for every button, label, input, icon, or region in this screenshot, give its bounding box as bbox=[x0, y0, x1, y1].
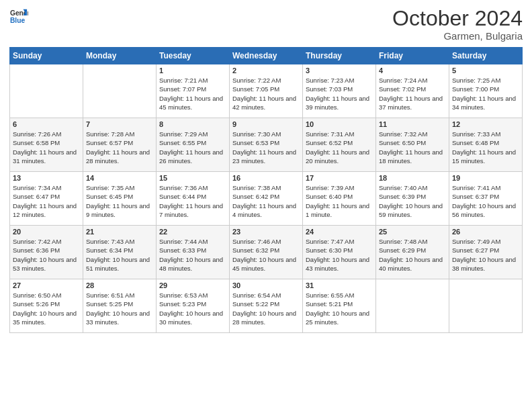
cell-content: Sunrise: 7:39 AMSunset: 6:40 PMDaylight:… bbox=[306, 183, 373, 219]
sunrise-text: Sunrise: 7:46 AM bbox=[232, 238, 281, 245]
day-number: 13 bbox=[13, 174, 80, 182]
sunrise-text: Sunrise: 7:34 AM bbox=[13, 184, 61, 191]
col-thursday: Thursday bbox=[303, 48, 376, 64]
calendar-row: 6Sunrise: 7:26 AMSunset: 6:58 PMDaylight… bbox=[10, 118, 523, 172]
cell-content: Sunrise: 7:26 AMSunset: 6:58 PMDaylight:… bbox=[13, 130, 80, 165]
day-number: 10 bbox=[306, 120, 373, 128]
daylight-text: Daylight: 10 hours and 45 minutes. bbox=[232, 256, 296, 272]
cell-content: Sunrise: 7:23 AMSunset: 7:03 PMDaylight:… bbox=[306, 76, 373, 111]
sunset-text: Sunset: 6:34 PM bbox=[86, 246, 133, 254]
day-number: 28 bbox=[86, 281, 153, 289]
daylight-text: Daylight: 11 hours and 20 minutes. bbox=[306, 148, 369, 165]
table-row: 25Sunrise: 7:48 AMSunset: 6:29 PMDayligh… bbox=[376, 226, 449, 279]
day-number: 8 bbox=[159, 120, 226, 128]
table-row: 16Sunrise: 7:38 AMSunset: 6:42 PMDayligh… bbox=[230, 172, 303, 226]
location: Garmen, Bulgaria bbox=[392, 30, 523, 42]
table-row: 13Sunrise: 7:34 AMSunset: 6:47 PMDayligh… bbox=[10, 172, 83, 226]
table-row: 23Sunrise: 7:46 AMSunset: 6:32 PMDayligh… bbox=[230, 226, 303, 279]
daylight-text: Daylight: 10 hours and 35 minutes. bbox=[13, 310, 77, 326]
daylight-text: Daylight: 10 hours and 43 minutes. bbox=[306, 256, 369, 272]
cell-content: Sunrise: 7:31 AMSunset: 6:52 PMDaylight:… bbox=[306, 130, 373, 165]
col-friday: Friday bbox=[376, 48, 449, 64]
sunset-text: Sunset: 6:50 PM bbox=[379, 139, 426, 146]
sunset-text: Sunset: 6:37 PM bbox=[452, 193, 499, 200]
sunrise-text: Sunrise: 7:21 AM bbox=[159, 77, 208, 84]
cell-content: Sunrise: 7:40 AMSunset: 6:39 PMDaylight:… bbox=[379, 183, 446, 219]
daylight-text: Daylight: 10 hours and 30 minutes. bbox=[159, 310, 223, 326]
sunset-text: Sunset: 5:21 PM bbox=[306, 300, 353, 308]
month-title: October 2024 bbox=[392, 7, 523, 30]
calendar-table: Sunday Monday Tuesday Wednesday Thursday… bbox=[9, 47, 523, 333]
sunset-text: Sunset: 6:55 PM bbox=[159, 139, 206, 146]
cell-content: Sunrise: 7:34 AMSunset: 6:47 PMDaylight:… bbox=[13, 183, 80, 219]
sunrise-text: Sunrise: 7:29 AM bbox=[159, 130, 208, 138]
sunset-text: Sunset: 7:00 PM bbox=[452, 85, 499, 93]
table-row: 26Sunrise: 7:49 AMSunset: 6:27 PMDayligh… bbox=[449, 226, 523, 279]
daylight-text: Daylight: 10 hours and 25 minutes. bbox=[306, 310, 369, 326]
sunset-text: Sunset: 7:02 PM bbox=[379, 85, 426, 93]
day-number: 9 bbox=[232, 120, 300, 128]
daylight-text: Daylight: 11 hours and 42 minutes. bbox=[232, 95, 296, 111]
day-number: 26 bbox=[452, 228, 519, 236]
cell-content: Sunrise: 7:24 AMSunset: 7:02 PMDaylight:… bbox=[379, 76, 446, 111]
logo: General Blue bbox=[9, 7, 28, 26]
sunset-text: Sunset: 6:30 PM bbox=[306, 246, 353, 254]
sunrise-text: Sunrise: 7:26 AM bbox=[13, 130, 61, 138]
cell-content: Sunrise: 6:51 AMSunset: 5:25 PMDaylight:… bbox=[86, 291, 153, 326]
calendar-row: 20Sunrise: 7:42 AMSunset: 6:36 PMDayligh… bbox=[10, 226, 523, 279]
day-number: 7 bbox=[86, 120, 153, 128]
sunset-text: Sunset: 6:48 PM bbox=[452, 139, 499, 146]
sunrise-text: Sunrise: 7:30 AM bbox=[232, 130, 281, 138]
daylight-text: Daylight: 11 hours and 18 minutes. bbox=[379, 148, 443, 165]
table-row: 14Sunrise: 7:35 AMSunset: 6:45 PMDayligh… bbox=[83, 172, 157, 226]
day-number: 3 bbox=[306, 66, 373, 75]
daylight-text: Daylight: 10 hours and 28 minutes. bbox=[232, 310, 296, 326]
sunrise-text: Sunrise: 7:48 AM bbox=[379, 238, 427, 245]
table-row: 22Sunrise: 7:44 AMSunset: 6:33 PMDayligh… bbox=[157, 226, 230, 279]
day-number: 2 bbox=[232, 66, 300, 75]
table-row: 2Sunrise: 7:22 AMSunset: 7:05 PMDaylight… bbox=[230, 64, 303, 118]
sunset-text: Sunset: 6:58 PM bbox=[13, 139, 60, 146]
daylight-text: Daylight: 11 hours and 23 minutes. bbox=[232, 148, 296, 165]
sunrise-text: Sunrise: 7:41 AM bbox=[452, 184, 500, 191]
sunrise-text: Sunrise: 7:47 AM bbox=[306, 238, 354, 245]
cell-content: Sunrise: 7:28 AMSunset: 6:57 PMDaylight:… bbox=[86, 130, 153, 165]
daylight-text: Daylight: 11 hours and 7 minutes. bbox=[159, 202, 223, 218]
sunrise-text: Sunrise: 6:50 AM bbox=[13, 291, 61, 299]
day-number: 31 bbox=[306, 281, 373, 289]
day-number: 4 bbox=[379, 66, 446, 75]
sunrise-text: Sunrise: 6:51 AM bbox=[86, 291, 134, 299]
sunrise-text: Sunrise: 7:44 AM bbox=[159, 238, 208, 245]
day-number: 6 bbox=[13, 120, 80, 128]
sunrise-text: Sunrise: 7:39 AM bbox=[306, 184, 354, 191]
daylight-text: Daylight: 11 hours and 34 minutes. bbox=[452, 95, 516, 111]
sunrise-text: Sunrise: 7:43 AM bbox=[86, 238, 134, 245]
cell-content: Sunrise: 7:35 AMSunset: 6:45 PMDaylight:… bbox=[86, 183, 153, 219]
daylight-text: Daylight: 11 hours and 12 minutes. bbox=[13, 202, 77, 218]
day-number: 20 bbox=[13, 228, 80, 236]
calendar-row: 27Sunrise: 6:50 AMSunset: 5:26 PMDayligh… bbox=[10, 279, 523, 333]
daylight-text: Daylight: 10 hours and 53 minutes. bbox=[13, 256, 77, 272]
sunrise-text: Sunrise: 7:40 AM bbox=[379, 184, 427, 191]
sunrise-text: Sunrise: 7:23 AM bbox=[306, 77, 354, 84]
sunset-text: Sunset: 6:42 PM bbox=[232, 193, 279, 200]
col-wednesday: Wednesday bbox=[230, 48, 303, 64]
day-number: 1 bbox=[159, 66, 226, 75]
cell-content: Sunrise: 7:46 AMSunset: 6:32 PMDaylight:… bbox=[232, 237, 300, 273]
table-row: 17Sunrise: 7:39 AMSunset: 6:40 PMDayligh… bbox=[303, 172, 376, 226]
cell-content: Sunrise: 7:42 AMSunset: 6:36 PMDaylight:… bbox=[13, 237, 80, 273]
day-number: 16 bbox=[232, 174, 300, 182]
cell-content: Sunrise: 6:50 AMSunset: 5:26 PMDaylight:… bbox=[13, 291, 80, 326]
daylight-text: Daylight: 10 hours and 56 minutes. bbox=[452, 202, 516, 218]
table-row bbox=[83, 64, 157, 118]
day-number: 17 bbox=[306, 174, 373, 182]
table-row: 27Sunrise: 6:50 AMSunset: 5:26 PMDayligh… bbox=[10, 279, 83, 333]
daylight-text: Daylight: 11 hours and 26 minutes. bbox=[159, 148, 223, 165]
table-row: 11Sunrise: 7:32 AMSunset: 6:50 PMDayligh… bbox=[376, 118, 449, 172]
day-number: 21 bbox=[86, 228, 153, 236]
daylight-text: Daylight: 10 hours and 51 minutes. bbox=[86, 256, 150, 272]
sunset-text: Sunset: 7:07 PM bbox=[159, 85, 206, 93]
day-number: 18 bbox=[379, 174, 446, 182]
table-row: 4Sunrise: 7:24 AMSunset: 7:02 PMDaylight… bbox=[376, 64, 449, 118]
table-row: 29Sunrise: 6:53 AMSunset: 5:23 PMDayligh… bbox=[157, 279, 230, 333]
